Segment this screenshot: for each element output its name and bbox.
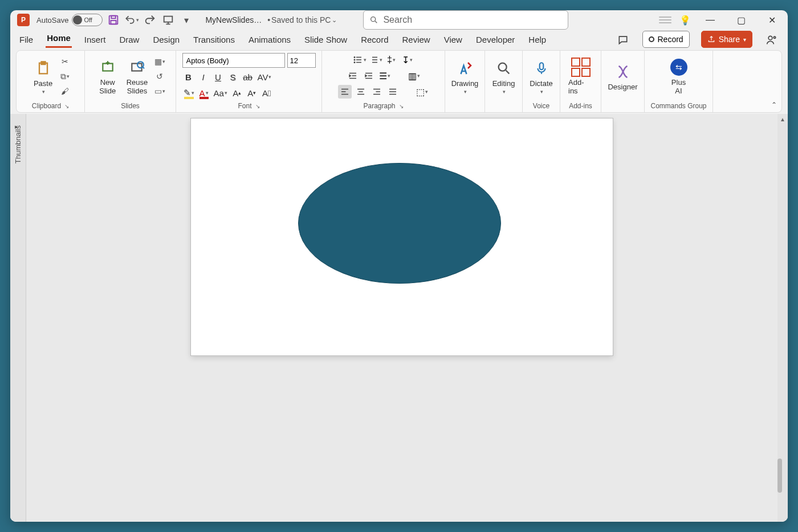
cut-button[interactable]: ✂ xyxy=(59,55,71,68)
save-button[interactable] xyxy=(106,13,121,27)
align-center-button[interactable] xyxy=(354,85,368,99)
tab-view[interactable]: View xyxy=(443,31,463,48)
highlight-button[interactable]: ✎▾ xyxy=(182,86,196,100)
share-icon xyxy=(707,35,715,43)
customize-qat-button[interactable]: ▾ xyxy=(179,13,194,27)
redo-button[interactable] xyxy=(142,13,157,27)
autosave-toggle[interactable]: Off xyxy=(72,14,103,26)
svg-rect-3 xyxy=(164,17,173,22)
close-button[interactable]: ✕ xyxy=(760,10,783,30)
save-status[interactable]: • Saved to this PC ⌄ xyxy=(267,15,337,24)
editing-button[interactable]: Editing▾ xyxy=(489,58,519,96)
group-editing: Editing▾ xyxy=(485,51,523,112)
paste-icon xyxy=(34,59,53,78)
dictate-button[interactable]: Dictate▾ xyxy=(526,58,556,96)
group-paragraph: ▾ ▾ ‡▾ ↧▾ ☰▾ ▥▾ xyxy=(322,51,445,112)
font-launcher-icon[interactable]: ↘ xyxy=(255,103,260,109)
reuse-slides-button[interactable]: Reuse Slides xyxy=(123,56,152,96)
addins-button[interactable]: Add-ins xyxy=(565,56,596,96)
format-painter-button[interactable]: 🖌 xyxy=(59,85,71,97)
tab-transitions[interactable]: Transitions xyxy=(192,31,236,48)
share-button[interactable]: Share▾ xyxy=(701,31,752,48)
tab-home[interactable]: Home xyxy=(46,30,72,48)
comments-button[interactable] xyxy=(615,32,631,48)
group-addins: Add-ins Add-ins xyxy=(560,51,601,112)
decrease-font-button[interactable]: A▾ xyxy=(246,86,258,100)
tab-animations[interactable]: Animations xyxy=(247,31,292,48)
collapse-ribbon-button[interactable]: ⌃ xyxy=(771,101,777,109)
toggle-knob-icon xyxy=(73,15,82,24)
align-left-button[interactable] xyxy=(338,85,352,99)
clipboard-launcher-icon[interactable]: ↘ xyxy=(64,103,69,109)
scroll-thumb[interactable] xyxy=(777,459,782,493)
maximize-button[interactable]: ▢ xyxy=(730,10,752,30)
search-input[interactable]: Search xyxy=(363,10,568,30)
drawing-icon xyxy=(455,59,475,78)
tab-file[interactable]: File xyxy=(18,31,34,48)
strikethrough-button[interactable]: ab xyxy=(242,70,254,84)
file-name[interactable]: MyNewSlides… xyxy=(205,15,262,24)
tab-insert[interactable]: Insert xyxy=(83,31,107,48)
font-color-button[interactable]: A▾ xyxy=(198,86,210,100)
change-case-button[interactable]: Aa▾ xyxy=(213,86,229,100)
record-button[interactable]: Record xyxy=(642,31,690,48)
decrease-indent-button[interactable] xyxy=(346,69,360,83)
plus-ai-button[interactable]: ⇆ Plus AI xyxy=(666,56,692,96)
ribbon-tabs: File Home Insert Draw Design Transitions… xyxy=(10,30,788,48)
tab-slideshow[interactable]: Slide Show xyxy=(303,31,348,48)
align-text-button[interactable]: ☰▾ xyxy=(378,69,392,83)
columns-button[interactable]: ▥▾ xyxy=(408,69,421,83)
vertical-scrollbar[interactable]: ▲ ▼ ⏶ ⏷ xyxy=(777,114,788,522)
find-icon xyxy=(494,59,514,78)
designer-button[interactable]: Designer xyxy=(604,61,641,92)
font-name-input[interactable] xyxy=(182,53,285,68)
reset-slide-button[interactable]: ↺ xyxy=(153,70,166,83)
undo-button[interactable]: ▾ xyxy=(124,13,139,27)
char-spacing-button[interactable]: AV▾ xyxy=(256,70,273,84)
increase-font-button[interactable]: A▴ xyxy=(231,86,243,100)
search-icon xyxy=(369,15,378,24)
tab-draw[interactable]: Draw xyxy=(118,31,140,48)
smartart-convert-button[interactable]: ⬚▾ xyxy=(416,85,429,99)
bullets-button[interactable]: ▾ xyxy=(353,53,367,67)
text-direction-button[interactable]: ↧▾ xyxy=(401,53,414,67)
present-people-button[interactable] xyxy=(764,32,780,48)
line-spacing-button[interactable]: ‡▾ xyxy=(385,53,398,67)
present-from-beginning-button[interactable] xyxy=(161,13,176,27)
align-right-button[interactable] xyxy=(370,85,384,99)
drawing-button[interactable]: Drawing▾ xyxy=(448,58,482,96)
tab-help[interactable]: Help xyxy=(527,31,547,48)
svg-point-12 xyxy=(354,57,355,58)
tab-design[interactable]: Design xyxy=(152,31,181,48)
increase-indent-button[interactable] xyxy=(362,69,376,83)
group-slides: New Slide Reuse Slides ▦▾ ↺ ▭▾ Slides xyxy=(85,51,176,112)
minimize-button[interactable]: — xyxy=(699,10,722,30)
search-placeholder: Search xyxy=(383,15,412,25)
shadow-button[interactable]: S xyxy=(227,70,239,84)
ribbon-display-icon[interactable] xyxy=(659,17,671,23)
paste-button[interactable]: Paste▾ xyxy=(30,58,56,96)
new-slide-button[interactable]: New Slide xyxy=(95,56,121,96)
section-button[interactable]: ▭▾ xyxy=(153,85,166,97)
underline-button[interactable]: U xyxy=(212,70,225,84)
slide-canvas[interactable] xyxy=(191,118,613,355)
justify-button[interactable] xyxy=(386,85,400,99)
tab-developer[interactable]: Developer xyxy=(475,31,516,48)
thumbnails-rail[interactable]: ▸ Thumbnails xyxy=(10,114,26,522)
slide-stage[interactable] xyxy=(26,114,777,522)
numbering-button[interactable]: ▾ xyxy=(369,53,382,67)
bold-button[interactable]: B xyxy=(182,70,195,84)
layout-button[interactable]: ▦▾ xyxy=(153,55,166,68)
font-size-input[interactable] xyxy=(287,53,316,68)
clear-formatting-button[interactable]: A⃠ xyxy=(260,86,273,100)
italic-button[interactable]: I xyxy=(197,70,210,84)
paragraph-launcher-icon[interactable]: ↘ xyxy=(399,103,404,109)
copy-button[interactable]: ⧉▾ xyxy=(59,70,71,83)
lightbulb-tips-button[interactable]: 💡 xyxy=(679,15,691,26)
tab-record[interactable]: Record xyxy=(360,31,389,48)
oval-shape[interactable] xyxy=(298,163,501,284)
app-icon: P xyxy=(17,14,30,26)
svg-point-6 xyxy=(773,36,775,38)
tab-review[interactable]: Review xyxy=(401,31,431,48)
svg-rect-16 xyxy=(539,63,543,69)
